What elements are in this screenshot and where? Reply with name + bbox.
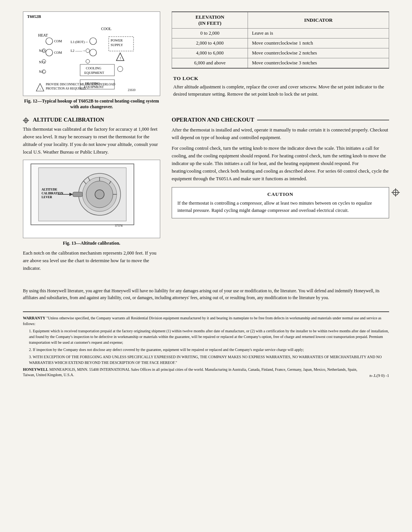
wiring-diagram-svg: HEAT COOL COM COM N.O. N.O. N.C. <box>31 16 153 92</box>
elevation-header: ELEVATION(IN FEET) <box>172 12 248 29</box>
svg-text:PROVIDE DISCONNECT MEANS AND O: PROVIDE DISCONNECT MEANS AND OVERLOAD <box>46 83 115 86</box>
elevation-cell: 2,000 to 4,000 <box>172 38 248 48</box>
svg-point-26 <box>117 66 123 72</box>
indicator-header: INDICATOR <box>248 12 389 29</box>
operation-checkout-heading: OPERATION AND CHECKOUT <box>172 117 389 123</box>
svg-text:ALTITUDE: ALTITUDE <box>42 188 57 191</box>
warranty-section: WARRANTY "Unless otherwise specified, th… <box>23 311 389 365</box>
table-row: 4,000 to 6,000 Move counterclockwise 2 n… <box>172 48 389 58</box>
mid-section: ALTITUDE CALIBRATION This thermostat was… <box>23 117 389 276</box>
svg-rect-2 <box>46 38 53 45</box>
to-lock-heading: TO LOCK <box>173 75 389 82</box>
svg-text:37374: 37374 <box>115 224 122 228</box>
warranty-item-1: 1. Equipment which is received transport… <box>23 328 389 345</box>
altitude-calibration-heading: ALTITUDE CALIBRATION <box>23 117 160 123</box>
table-row: 0 to 2,000 Leave as is <box>172 29 389 38</box>
altitude-calibration-para: This thermostat was calibrated at the fa… <box>23 125 160 156</box>
svg-point-21 <box>86 49 90 53</box>
fig12-caption: Fig. 12—Typical hookup of T6052B to cont… <box>23 98 160 110</box>
indicator-cell: Move counterclockwise 1 notch <box>248 38 389 48</box>
svg-rect-3 <box>46 49 53 56</box>
page: T6052B HEAT COOL COM COM <box>0 0 412 532</box>
caution-box: CAUTION If the thermostat is controlling… <box>172 187 389 218</box>
wiring-diagram-svg-wrap: HEAT COOL COM COM N.O. N.O. N.C. <box>28 16 155 92</box>
caution-heading: CAUTION <box>177 191 383 197</box>
svg-text:LEVER: LEVER <box>42 195 52 199</box>
fig13-caption: Fig. 13—Altitude calibration. <box>23 240 160 246</box>
svg-rect-20 <box>90 49 97 56</box>
to-lock-text: After altitude adjustment is complete, r… <box>173 83 389 98</box>
warranty-intro-text: WARRANTY "Unless otherwise specified, th… <box>23 315 389 327</box>
disclaimer-section: By using this Honeywell literature, you … <box>23 287 389 308</box>
operation-para2: For cooling control check, turn the sett… <box>172 144 389 183</box>
operation-checkout-column: OPERATION AND CHECKOUT After the thermos… <box>172 117 389 276</box>
warranty-item-2: 2. If inspection by the Company does not… <box>23 347 389 353</box>
svg-text:!: ! <box>120 56 121 60</box>
page-number: n-.L(9 0) -1 <box>369 373 389 378</box>
svg-text:L1:(HOT)→: L1:(HOT)→ <box>71 40 88 44</box>
svg-text:COOLING: COOLING <box>86 66 101 70</box>
svg-text:COOL: COOL <box>101 27 111 31</box>
svg-text:N.C.: N.C. <box>39 70 45 74</box>
svg-rect-48 <box>73 192 82 197</box>
svg-text:N.O.: N.O. <box>39 49 46 53</box>
caution-text: If the thermostat is controlling a compr… <box>177 200 383 214</box>
footer-bar: HONEYWELL MINNEAPOLIS, MINN. 55408 INTER… <box>23 367 389 378</box>
svg-text:EQUIPMENT: EQUIPMENT <box>84 71 104 75</box>
svg-text:POWER: POWER <box>111 38 123 42</box>
svg-text:21610: 21610 <box>128 88 135 92</box>
table-row: 6,000 and above Move counterclockwise 3 … <box>172 58 389 69</box>
svg-text:COM: COM <box>54 51 62 54</box>
notch-description: Each notch on the calibration mechanism … <box>23 249 160 272</box>
altitude-calibration-column: ALTITUDE CALIBRATION This thermostat was… <box>23 117 160 276</box>
svg-text:SUPPLY: SUPPLY <box>111 43 123 47</box>
to-lock-section: TO LOCK After altitude adjustment is com… <box>172 75 389 98</box>
model-label: T6052B <box>27 14 41 19</box>
right-column: ELEVATION(IN FEET) INDICATOR 0 to 2,000 … <box>172 11 389 110</box>
svg-text:!: ! <box>40 88 40 91</box>
crosshair-right-icon <box>391 188 400 197</box>
elevation-cell: 0 to 2,000 <box>172 29 248 38</box>
svg-text:HEAT: HEAT <box>38 33 48 37</box>
table-row: 2,000 to 4,000 Move counterclockwise 1 n… <box>172 38 389 48</box>
warranty-item-3: 3. WITH EXCEPTION OF THE FOREGOING AND U… <box>23 354 389 365</box>
honeywell-footer: HONEYWELL MINNEAPOLIS, MINN. 55408 INTER… <box>23 367 369 378</box>
altitude-diagram-svg: ALTITUDE CALIBRATION LEVER <box>23 160 142 236</box>
disclaimer-text: By using this Honeywell literature, you … <box>23 287 389 301</box>
indicator-cell: Leave as is <box>248 29 389 38</box>
svg-text:PROTECTION AS REQUIRED.: PROTECTION AS REQUIRED. <box>46 87 86 90</box>
indicator-cell: Move counterclockwise 3 notches <box>248 58 389 69</box>
altitude-diagram-box: ALTITUDE CALIBRATION LEVER <box>23 160 160 238</box>
operation-para1: After the thermostat is installed and wi… <box>172 126 389 141</box>
elevation-table: ELEVATION(IN FEET) INDICATOR 0 to 2,000 … <box>172 11 389 69</box>
top-section: T6052B HEAT COOL COM COM <box>23 11 389 110</box>
wiring-diagram-box: T6052B HEAT COOL COM COM <box>23 11 160 96</box>
svg-text:COM: COM <box>54 39 62 43</box>
left-column: T6052B HEAT COOL COM COM <box>23 11 160 110</box>
svg-point-43 <box>95 190 104 199</box>
elevation-cell: 6,000 and above <box>172 58 248 69</box>
crosshair-left-icon <box>23 117 29 123</box>
svg-text:L2 ——→: L2 ——→ <box>71 49 85 53</box>
elevation-cell: 4,000 to 6,000 <box>172 48 248 58</box>
svg-rect-19 <box>90 38 97 45</box>
indicator-cell: Move counterclockwise 2 notches <box>248 48 389 58</box>
svg-point-22 <box>86 59 90 63</box>
